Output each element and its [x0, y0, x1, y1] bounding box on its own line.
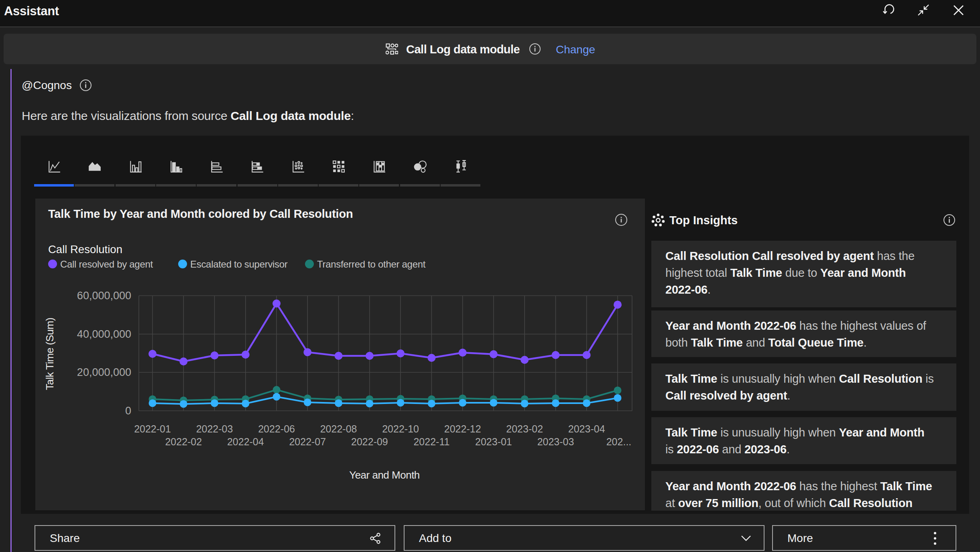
- svg-text:40,000,000: 40,000,000: [77, 328, 131, 340]
- svg-text:2022-08: 2022-08: [320, 423, 357, 434]
- svg-text:Talk Time by Year and Month co: Talk Time by Year and Month colored by C…: [48, 207, 353, 220]
- svg-text:2023-03: 2023-03: [537, 436, 574, 447]
- svg-text:2022-02: 2022-02: [165, 436, 202, 447]
- svg-text:2022-11: 2022-11: [413, 436, 449, 447]
- svg-text:Year and Month: Year and Month: [349, 469, 420, 481]
- svg-text:2023-04: 2023-04: [568, 423, 605, 434]
- svg-text:2022-01: 2022-01: [134, 423, 171, 434]
- svg-text:Escalated to supervisor: Escalated to supervisor: [190, 259, 288, 270]
- svg-text:2023-02: 2023-02: [506, 423, 543, 434]
- svg-text:Call Resolution: Call Resolution: [48, 243, 122, 256]
- svg-text:2022-07: 2022-07: [289, 436, 326, 447]
- svg-text:60,000,000: 60,000,000: [77, 290, 131, 302]
- svg-text:Call resolved by agent: Call resolved by agent: [60, 259, 153, 270]
- svg-text:2022-03: 2022-03: [196, 423, 233, 434]
- svg-text:0: 0: [125, 405, 131, 417]
- svg-text:2022-12: 2022-12: [444, 423, 481, 434]
- svg-text:Transferred to other agent: Transferred to other agent: [317, 259, 426, 270]
- svg-text:Talk Time (Sum): Talk Time (Sum): [44, 318, 56, 390]
- svg-text:2022-06: 2022-06: [258, 423, 295, 434]
- svg-text:202...: 202...: [606, 436, 632, 447]
- svg-text:2023-01: 2023-01: [475, 436, 512, 447]
- svg-text:2022-10: 2022-10: [382, 423, 419, 434]
- svg-text:2022-04: 2022-04: [227, 436, 264, 447]
- svg-text:20,000,000: 20,000,000: [77, 366, 131, 378]
- svg-text:2022-09: 2022-09: [351, 436, 388, 447]
